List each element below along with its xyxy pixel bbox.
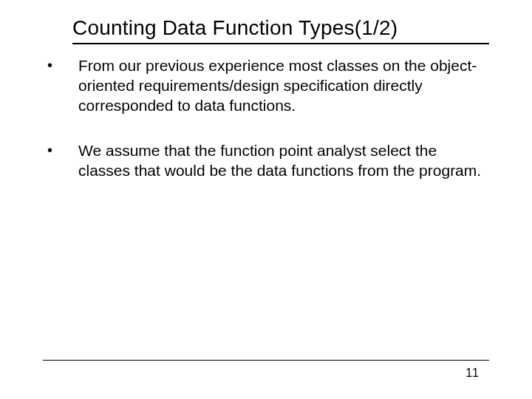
bullet-item: From our previous experience most classe…	[43, 56, 489, 116]
page-number: 11	[466, 366, 479, 380]
bullet-list: From our previous experience most classe…	[43, 56, 489, 180]
slide-title: Counting Data Function Types(1/2)	[72, 16, 489, 40]
bullet-item: We assume that the function point analys…	[43, 141, 489, 181]
title-underline: Counting Data Function Types(1/2)	[72, 16, 489, 44]
slide: Counting Data Function Types(1/2) From o…	[0, 0, 532, 399]
footer-rule	[43, 360, 489, 361]
